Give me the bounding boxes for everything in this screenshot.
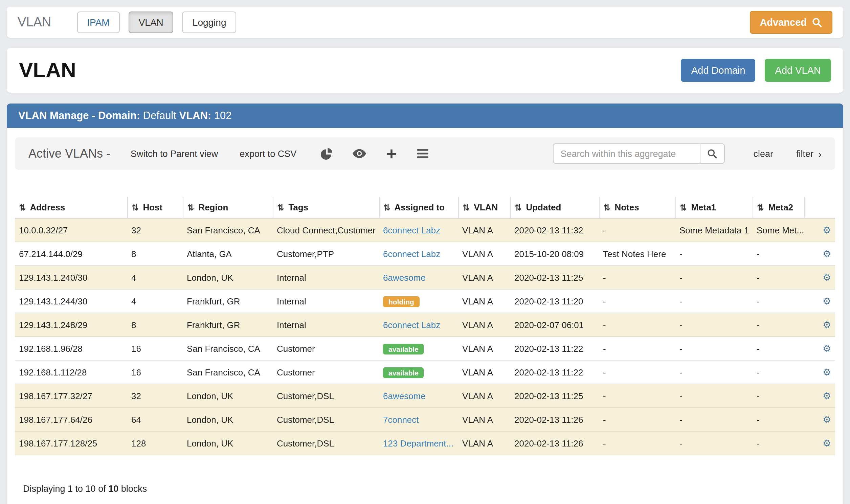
gear-icon[interactable]: ⚙ xyxy=(822,414,831,425)
cell-vlan: VLAN A xyxy=(458,431,510,455)
assigned-status-badge: available xyxy=(383,343,424,354)
cell-meta1: - xyxy=(675,431,752,455)
assigned-link[interactable]: 6connect Labz xyxy=(383,320,440,330)
cell-tags: Customer,DSL xyxy=(273,384,379,408)
column-label: Host xyxy=(143,202,162,212)
cell-meta2: - xyxy=(752,313,804,337)
cell-host: 128 xyxy=(127,431,183,455)
cell-meta1: - xyxy=(675,408,752,431)
cell-address: 67.214.144.0/29 xyxy=(15,242,127,266)
gear-icon[interactable]: ⚙ xyxy=(822,295,831,306)
add-vlan-button[interactable]: Add VLAN xyxy=(765,59,831,82)
table-row: 198.167.177.128/25128London, UKCustomer,… xyxy=(15,431,835,455)
cell-region: London, UK xyxy=(183,266,273,289)
cell-actions: ⚙ xyxy=(804,266,835,289)
eye-icon[interactable] xyxy=(353,149,366,158)
gear-icon[interactable]: ⚙ xyxy=(822,272,831,283)
cell-host: 8 xyxy=(127,242,183,266)
nav-tabs: IPAM VLAN Logging xyxy=(77,12,236,33)
cell-host: 64 xyxy=(127,408,183,431)
pie-chart-icon[interactable] xyxy=(321,148,332,159)
column-header-meta1[interactable]: ⇅ Meta1 xyxy=(675,197,752,218)
tab-ipam[interactable]: IPAM xyxy=(77,12,120,33)
cell-meta2: - xyxy=(752,266,804,289)
cell-vlan: VLAN A xyxy=(458,360,510,384)
gear-icon[interactable]: ⚙ xyxy=(822,390,831,401)
cell-updated: 2020-02-13 11:22 xyxy=(510,360,599,384)
gear-icon[interactable]: ⚙ xyxy=(822,438,831,449)
footer-count: 10 xyxy=(108,484,119,494)
table-header-row: ⇅ Address⇅ Host⇅ Region⇅ Tags⇅ Assigned … xyxy=(15,197,835,218)
export-csv-link[interactable]: export to CSV xyxy=(240,148,297,159)
vlan-manage-panel: VLAN Manage - Domain: Default VLAN: 102 … xyxy=(7,104,843,504)
cell-tags: Customer,DSL xyxy=(273,408,379,431)
table-row: 192.168.1.112/2816San Francisco, CACusto… xyxy=(15,360,835,384)
table-row: 129.143.1.244/304Frankfurt, GRInternalho… xyxy=(15,289,835,313)
page: VLAN IPAM VLAN Logging Advanced VLAN Add… xyxy=(0,0,850,504)
panel-body: Active VLANs - Switch to Parent view exp… xyxy=(7,128,843,504)
column-header-host[interactable]: ⇅ Host xyxy=(127,197,183,218)
table-row: 129.143.1.240/304London, UKInternal6awes… xyxy=(15,266,835,289)
column-header-updated[interactable]: ⇅ Updated xyxy=(510,197,599,218)
cell-notes: - xyxy=(599,313,675,337)
assigned-link[interactable]: 6connect Labz xyxy=(383,249,440,259)
search-button[interactable] xyxy=(701,143,725,164)
list-icon[interactable] xyxy=(417,149,428,158)
cell-assigned-to: 7connect xyxy=(379,408,458,431)
cell-updated: 2020-02-13 11:32 xyxy=(510,218,599,242)
column-header-address[interactable]: ⇅ Address xyxy=(15,197,127,218)
cell-host: 8 xyxy=(127,313,183,337)
column-header-region[interactable]: ⇅ Region xyxy=(183,197,273,218)
column-header-assigned-to[interactable]: ⇅ Assigned to xyxy=(379,197,458,218)
assigned-link[interactable]: 6connect Labz xyxy=(383,225,440,235)
gear-icon[interactable]: ⚙ xyxy=(822,367,831,378)
gear-icon[interactable]: ⚙ xyxy=(822,319,831,330)
plus-icon[interactable] xyxy=(386,148,396,159)
tab-vlan[interactable]: VLAN xyxy=(128,12,174,33)
chevron-right-icon: › xyxy=(818,148,821,159)
filter-link[interactable]: filter › xyxy=(796,148,821,159)
cell-assigned-to: 6awesome xyxy=(379,384,458,408)
assigned-link[interactable]: 123 Department... xyxy=(383,438,454,448)
cell-region: Frankfurt, GR xyxy=(183,313,273,337)
cell-host: 4 xyxy=(127,289,183,313)
cell-meta1: - xyxy=(675,337,752,360)
add-domain-button[interactable]: Add Domain xyxy=(681,59,756,82)
cell-address: 192.168.1.96/28 xyxy=(15,337,127,360)
column-label: Tags xyxy=(288,202,308,212)
cell-assigned-to: available xyxy=(379,360,458,384)
sort-icon: ⇅ xyxy=(463,203,469,212)
search-input[interactable] xyxy=(553,143,701,164)
cell-meta1: Some Metadata 1 xyxy=(675,218,752,242)
assigned-link[interactable]: 6awesome xyxy=(383,391,426,401)
clear-link[interactable]: clear xyxy=(753,148,773,159)
column-header-notes[interactable]: ⇅ Notes xyxy=(599,197,675,218)
cell-meta2: - xyxy=(752,408,804,431)
column-header-vlan[interactable]: ⇅ VLAN xyxy=(458,197,510,218)
table-row: 198.167.177.64/2664London, UKCustomer,DS… xyxy=(15,408,835,431)
cell-tags: Customer,PTP xyxy=(273,242,379,266)
cell-assigned-to: 6awesome xyxy=(379,266,458,289)
tab-logging[interactable]: Logging xyxy=(182,12,236,33)
cell-meta1: - xyxy=(675,360,752,384)
column-header-tags[interactable]: ⇅ Tags xyxy=(273,197,379,218)
cell-meta2: - xyxy=(752,384,804,408)
column-header-meta2[interactable]: ⇅ Meta2 xyxy=(752,197,804,218)
switch-parent-view-link[interactable]: Switch to Parent view xyxy=(130,148,218,159)
cell-meta1: - xyxy=(675,289,752,313)
gear-icon[interactable]: ⚙ xyxy=(822,248,831,259)
cell-meta2: - xyxy=(752,360,804,384)
gear-icon[interactable]: ⚙ xyxy=(822,224,831,235)
advanced-search-button[interactable]: Advanced xyxy=(749,11,832,34)
gear-icon[interactable]: ⚙ xyxy=(822,343,831,354)
cell-actions: ⚙ xyxy=(804,408,835,431)
cell-address: 198.167.177.128/25 xyxy=(15,431,127,455)
cell-meta2: - xyxy=(752,289,804,313)
cell-host: 16 xyxy=(127,360,183,384)
assigned-link[interactable]: 6awesome xyxy=(383,272,426,283)
cell-meta1: - xyxy=(675,242,752,266)
page-title: VLAN xyxy=(19,58,76,83)
cell-notes: - xyxy=(599,337,675,360)
cell-region: London, UK xyxy=(183,408,273,431)
assigned-link[interactable]: 7connect xyxy=(383,414,419,425)
